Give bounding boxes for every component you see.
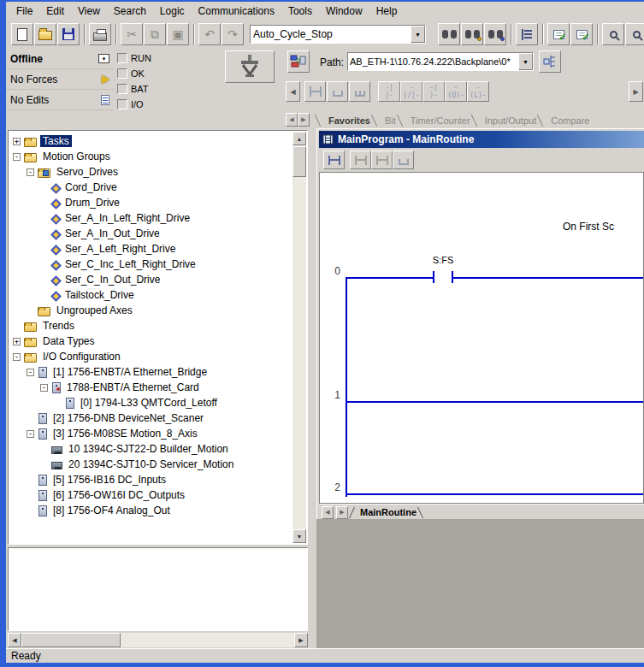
tree-item-label[interactable]: [2] 1756-DNB DeviceNet_Scaner — [50, 412, 206, 424]
tree-expand-toggle[interactable]: - — [27, 369, 34, 376]
path-input[interactable] — [348, 53, 518, 70]
rung-number[interactable]: 0 — [325, 265, 340, 277]
tree-item-label[interactable]: Tailstock_Drive — [62, 289, 137, 301]
instruction-tab[interactable]: Favorites — [326, 115, 373, 128]
scroll-down-button[interactable]: ▼ — [292, 529, 306, 543]
horizontal-scroll-thumb[interactable] — [21, 633, 121, 647]
tree-item[interactable]: - [3] 1756-M08SE Motion_8_Axis — [9, 426, 292, 441]
xic-contact[interactable] — [452, 271, 453, 283]
rung-edit-button[interactable] — [323, 151, 345, 169]
tree-item[interactable]: + Data Types — [9, 334, 292, 349]
rung-number[interactable]: 1 — [325, 389, 340, 401]
find-button[interactable] — [438, 23, 460, 45]
tree-item[interactable]: [6] 1756-OW16I DC_Outputs — [9, 487, 292, 503]
tab-scroll-left-button[interactable]: ◀ — [286, 113, 298, 127]
tree-item-label[interactable]: [5] 1756-IB16 DC_Inputs — [50, 474, 168, 486]
who-active-button[interactable] — [539, 50, 561, 73]
tree-item-label[interactable]: Ser_A_In_Left_Right_Drive — [62, 212, 192, 224]
forces-arrow-icon[interactable] — [102, 75, 109, 84]
tree-expand-toggle[interactable]: + — [13, 138, 21, 145]
tree-item[interactable]: [5] 1756-IB16 DC_Inputs — [9, 472, 292, 487]
edits-page-icon[interactable] — [101, 95, 109, 105]
tree-item[interactable]: [2] 1756-DNB DeviceNet_Scaner — [9, 410, 292, 426]
tag-combo-input[interactable] — [251, 26, 411, 43]
tree-expand-toggle[interactable]: + — [13, 338, 21, 345]
rung-number[interactable]: 2 — [325, 481, 340, 493]
zoom-out-button[interactable] — [625, 23, 644, 45]
tree-item-label[interactable]: [3] 1756-M08SE Motion_8_Axis — [50, 428, 200, 440]
path-dropdown-button[interactable]: ▼ — [518, 53, 533, 70]
branch-level-button[interactable] — [349, 81, 370, 102]
routine-tab[interactable]: MainRoutine — [360, 507, 417, 517]
tree-item-label[interactable]: Motion Groups — [40, 151, 113, 162]
instruction-tab[interactable]: Compare — [548, 115, 592, 128]
new-project-button[interactable] — [11, 23, 33, 45]
routine-tab-scroll-left-button[interactable]: ◀ — [322, 506, 334, 519]
instruction-button[interactable]: -(U)- — [445, 81, 467, 102]
menu-item[interactable]: Window — [319, 3, 369, 20]
tree-expand-toggle[interactable]: - — [40, 384, 48, 392]
instruction-tab[interactable]: Input/Output — [482, 115, 540, 128]
instruction-button[interactable]: -( )- — [422, 81, 445, 102]
menu-item[interactable]: View — [71, 3, 107, 20]
tree-item-label[interactable]: 1788-ENBT/A Ethernet_Card — [64, 381, 202, 393]
menu-item[interactable]: Edit — [39, 3, 71, 20]
menu-item[interactable]: Communications — [192, 3, 281, 20]
tree-item[interactable]: Tailstock_Drive — [9, 287, 292, 303]
tree-item[interactable]: Drum_Drive — [9, 195, 292, 210]
controller-organizer-toggle-button[interactable] — [516, 23, 538, 45]
instruction-button[interactable]: -(L)- — [467, 81, 489, 102]
tree-item[interactable]: Ser_A_Left_Right_Drive — [9, 241, 292, 257]
tab-scroll-right-button[interactable]: ▶ — [298, 113, 310, 127]
tree-item[interactable]: Cord_Drive — [9, 180, 292, 195]
open-project-button[interactable] — [34, 23, 56, 45]
save-button[interactable] — [57, 23, 80, 45]
tree-item-label[interactable]: [6] 1756-OW16I DC_Outputs — [50, 489, 187, 501]
offline-status-icon[interactable]: ▼ — [98, 54, 109, 63]
tree-item-label[interactable]: Data Types — [40, 335, 97, 347]
tree-item-label[interactable]: Ser_A_Left_Right_Drive — [62, 243, 178, 255]
tree-item-label[interactable]: I/O Configuration — [40, 351, 123, 363]
instruction-scroll-left-button[interactable]: ◀ — [286, 81, 300, 102]
tree-item-label[interactable]: Servo_Drives — [54, 166, 121, 178]
tree-item[interactable]: Ser_A_In_Left_Right_Drive — [9, 210, 292, 226]
instruction-button[interactable]: -|/|- — [400, 81, 422, 102]
routine-tab-scroll-right-button[interactable]: ▶ — [336, 506, 348, 519]
tree-item-label[interactable]: [8] 1756-OF4 Analog_Out — [50, 505, 173, 516]
tree-item[interactable]: [8] 1756-OF4 Analog_Out — [9, 503, 292, 518]
verify-controller-button[interactable] — [570, 23, 593, 45]
rswho-button[interactable] — [287, 50, 310, 73]
tree-item[interactable]: - I/O Configuration — [9, 349, 292, 364]
tree-item-label[interactable]: Cord_Drive — [62, 181, 120, 193]
tree-item[interactable]: Trends — [9, 318, 292, 334]
tree-item-label[interactable]: Tasks — [40, 135, 72, 147]
scroll-up-button[interactable]: ▲ — [292, 132, 306, 145]
tree-item[interactable]: Ser_C_Inc_Left_Right_Drive — [9, 257, 292, 272]
edit-assemble-button[interactable] — [393, 151, 414, 169]
tree-expand-toggle[interactable]: - — [27, 168, 34, 176]
tree-item-label[interactable]: Ser_C_Inc_Left_Right_Drive — [62, 258, 198, 270]
tree-item[interactable]: Ser_A_In_Out_Drive — [9, 226, 292, 241]
tree-item[interactable]: + Tasks — [9, 133, 292, 149]
vertical-scroll-thumb[interactable] — [292, 146, 306, 177]
tree-item-label[interactable]: 20 1394C-SJT10-D Servicer_Motion — [66, 458, 236, 470]
contact-tag-label[interactable]: S:FS — [416, 255, 470, 265]
tree-expand-toggle[interactable]: - — [27, 430, 34, 438]
instruction-button[interactable]: -| |- — [378, 81, 400, 102]
tree-item[interactable]: - 1788-ENBT/A Ethernet_Card — [9, 380, 292, 395]
tree-item[interactable]: 10 1394C-SJT22-D Builder_Motion — [9, 441, 292, 457]
tree-item-label[interactable]: [0] 1794-L33 QMTCord_Letoff — [78, 397, 220, 409]
cut-button[interactable]: ✂ — [121, 23, 143, 45]
menu-item[interactable]: Search — [107, 3, 153, 20]
tree-item[interactable]: Ser_C_In_Out_Drive — [9, 272, 292, 287]
routine-window-titlebar[interactable]: MainProgram - MainRoutine — [319, 131, 644, 148]
undo-button[interactable]: ↶ — [198, 23, 221, 45]
tree-item[interactable]: - [1] 1756-ENBT/A Ethernet_Bridge — [9, 364, 292, 380]
tree-item-label[interactable]: Trends — [40, 320, 77, 332]
tree-item[interactable]: 20 1394C-SJT10-D Servicer_Motion — [9, 457, 292, 472]
tree-expand-toggle[interactable]: - — [13, 153, 21, 161]
instruction-tab[interactable]: Timer/Counter — [408, 115, 473, 128]
tag-combo-dropdown-button[interactable]: ▼ — [411, 26, 425, 43]
redo-button[interactable]: ↷ — [222, 23, 244, 45]
tree-item-label[interactable]: Ser_A_In_Out_Drive — [62, 227, 162, 239]
